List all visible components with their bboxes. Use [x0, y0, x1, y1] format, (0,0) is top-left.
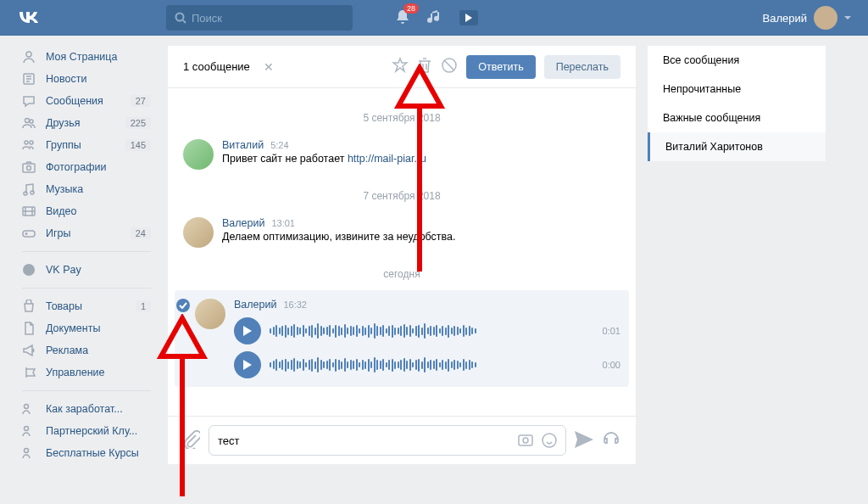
notifications-icon[interactable]: 28: [395, 8, 410, 28]
shop-icon: [22, 300, 39, 313]
message-input[interactable]: [218, 434, 511, 447]
sidebar-count: 225: [125, 117, 151, 129]
sidebar-item-vkpay[interactable]: VK Pay: [17, 259, 156, 281]
svg-point-20: [542, 434, 556, 447]
camera-icon[interactable]: [518, 433, 533, 446]
sidebar-item[interactable]: Товары1: [17, 295, 156, 317]
q-icon: [22, 424, 39, 438]
svg-point-4: [30, 120, 33, 123]
spam-icon[interactable]: [441, 57, 458, 76]
ad-icon: [22, 344, 39, 357]
sidebar-item[interactable]: Как заработат...: [17, 398, 156, 420]
vk-logo[interactable]: [17, 7, 39, 29]
sidebar-item[interactable]: Группы145: [17, 134, 156, 156]
sidebar-item[interactable]: Бесплатные Курсы: [17, 442, 156, 464]
sidebar-item-label: Фотографии: [46, 161, 106, 173]
reply-button[interactable]: Ответить: [466, 55, 535, 79]
photo-icon: [22, 160, 39, 174]
filter-unread[interactable]: Непрочитанные: [648, 75, 826, 104]
svg-rect-12: [23, 231, 35, 237]
groups-icon: [22, 138, 39, 152]
music-icon: [22, 182, 39, 196]
q-icon: [22, 402, 39, 416]
search-input-wrap[interactable]: Поиск: [166, 5, 353, 31]
check-icon[interactable]: [176, 299, 190, 312]
sidebar-count: 27: [131, 95, 151, 107]
chat-input-bar: [168, 416, 636, 464]
chat-body: 5 сентября 2018 Виталий 5:24 Привет сайт…: [168, 88, 636, 416]
sidebar-item[interactable]: Партнерский Клу...: [17, 420, 156, 442]
sidebar-item-label: Сообщения: [46, 95, 103, 107]
send-icon[interactable]: [575, 431, 593, 451]
home-icon: [22, 50, 39, 64]
msg-author[interactable]: Валерий: [234, 299, 276, 311]
svg-point-10: [31, 191, 34, 194]
friends-icon: [22, 116, 39, 130]
music-icon[interactable]: [427, 10, 442, 25]
svg-point-0: [176, 14, 184, 21]
svg-point-16: [25, 449, 29, 453]
voice-message[interactable]: 0:00: [234, 351, 620, 378]
sidebar-item[interactable]: Музыка: [17, 178, 156, 200]
sidebar-item-label: Управление: [46, 367, 105, 378]
close-icon[interactable]: ✕: [264, 60, 274, 74]
sidebar-item[interactable]: Видео: [17, 200, 156, 222]
conversation-active[interactable]: Виталий Харитонов: [648, 132, 826, 161]
avatar: [814, 6, 837, 30]
svg-point-19: [523, 438, 528, 443]
forward-button[interactable]: Переслать: [544, 55, 620, 79]
sidebar-item-label: Моя Страница: [46, 51, 117, 63]
play-icon[interactable]: [234, 317, 261, 344]
username: Валерий: [763, 12, 807, 25]
date-separator: 7 сентября 2018: [183, 190, 620, 202]
filter-important[interactable]: Важные сообщения: [648, 104, 826, 132]
sidebar-item[interactable]: Моя Страница: [17, 46, 156, 68]
avatar: [183, 139, 214, 170]
video-icon: [22, 204, 39, 218]
sidebar-item[interactable]: Управление: [17, 361, 156, 384]
sidebar-item[interactable]: Документы: [17, 317, 156, 339]
sidebar-item[interactable]: Реклама: [17, 339, 156, 361]
svg-point-1: [26, 52, 31, 57]
sidebar-item[interactable]: Новости: [17, 68, 156, 90]
chat-toolbar: 1 сообщение ✕ Ответить Переслать: [168, 46, 636, 88]
sidebar-item[interactable]: Фотографии: [17, 156, 156, 178]
msg-text: Привет сайт не работает http://mail-piar…: [222, 153, 620, 165]
voice-record-icon[interactable]: [602, 430, 620, 451]
date-separator: 5 сентября 2018: [183, 112, 620, 124]
play-icon[interactable]: [234, 351, 261, 378]
star-icon[interactable]: [392, 57, 409, 76]
svg-point-9: [24, 192, 27, 195]
svg-rect-7: [23, 164, 35, 172]
filter-all[interactable]: Все сообщения: [648, 46, 826, 75]
msg-author[interactable]: Виталий: [222, 139, 264, 151]
play-box-icon[interactable]: [459, 10, 478, 25]
message[interactable]: Виталий 5:24 Привет сайт не работает htt…: [183, 134, 620, 175]
vkpay-icon: [22, 263, 39, 277]
waveform[interactable]: [270, 352, 586, 378]
sidebar-item-label: Музыка: [46, 183, 83, 195]
waveform[interactable]: [270, 318, 586, 344]
sidebar-item-label: VK Pay: [46, 264, 81, 276]
sidebar-item[interactable]: Друзья225: [17, 112, 156, 134]
link[interactable]: http://mail-piar.ru: [348, 153, 426, 165]
msg-author[interactable]: Валерий: [222, 217, 264, 229]
user-menu[interactable]: Валерий: [763, 6, 851, 30]
voice-message[interactable]: 0:01: [234, 317, 620, 344]
right-panel: Все сообщения Непрочитанные Важные сообщ…: [648, 46, 826, 161]
sidebar-item-label: Документы: [46, 322, 100, 334]
message-selected[interactable]: Валерий 16:32 0:01: [175, 290, 629, 387]
trash-icon[interactable]: [417, 57, 432, 76]
left-sidebar: Моя СтраницаНовостиСообщения27Друзья225Г…: [17, 46, 156, 464]
sidebar-item[interactable]: Игры24: [17, 222, 156, 244]
avatar: [195, 299, 225, 329]
svg-point-3: [25, 119, 30, 123]
attach-icon[interactable]: [183, 430, 200, 451]
sidebar-item-label: Товары: [46, 300, 82, 312]
message[interactable]: Валерий 13:01 Делаем оптимизацию, извини…: [183, 212, 620, 253]
sidebar-item-label: Партнерский Клу...: [46, 425, 137, 437]
message-input-box[interactable]: [209, 425, 566, 456]
emoji-icon[interactable]: [542, 433, 557, 448]
sidebar-item[interactable]: Сообщения27: [17, 90, 156, 112]
sidebar-count: 1: [136, 300, 151, 312]
